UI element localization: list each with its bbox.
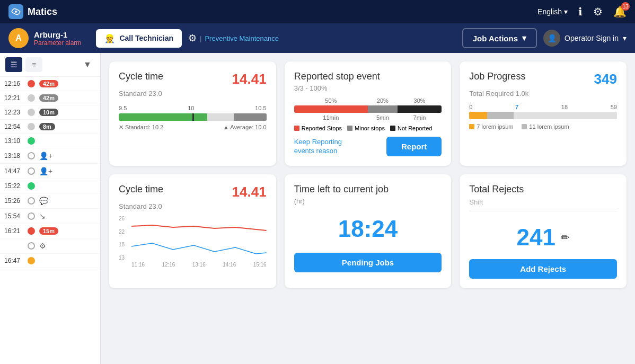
keep-reporting-link[interactable]: Keep Reporting events reason	[294, 138, 358, 156]
sidebar-view-btn-list[interactable]: ≡	[25, 57, 42, 72]
machine-name: Arburg-1	[34, 30, 81, 39]
stop-bar	[294, 105, 442, 113]
card-header: Cycle time 14.41	[119, 71, 267, 87]
sidebar-view-btn-active[interactable]: ☰	[5, 57, 22, 72]
maintenance-button[interactable]: ⚙ | Preventive Maintenance	[188, 32, 279, 44]
duration-badge: 10m	[39, 109, 58, 116]
notifications-icon[interactable]: 🔔 13	[613, 5, 627, 18]
job-progress-subtitle: Total Required 1.0k	[469, 90, 617, 97]
timeline-item[interactable]: 12:16 42m	[0, 77, 100, 91]
cards-row-1: Cycle time 14.41 Standard 23.0 9.5 10 10…	[109, 61, 627, 166]
average-label: ▲ Average: 10.0	[223, 124, 267, 131]
time-left-value: 18:24	[294, 205, 442, 251]
status-dot	[28, 197, 35, 205]
chart-y-labels: 26 22 18 13	[119, 216, 131, 261]
machine-details: Arburg-1 Parameter alarm	[34, 30, 81, 47]
maintenance-divider: |	[200, 34, 201, 42]
app-name: Matics	[28, 6, 57, 17]
pending-jobs-button[interactable]: Pending Jobs	[294, 253, 442, 272]
info-icon[interactable]: ℹ	[578, 5, 583, 18]
operator-label: Operator Sign in	[565, 34, 619, 42]
total-rejects-title: Total Rejects	[469, 184, 524, 195]
standard-label: ✕ Standard: 10.2	[119, 124, 163, 131]
job-progress-card: Job Progress 349 Total Required 1.0k 0 7…	[460, 61, 627, 166]
card-header: Total Rejects	[469, 184, 617, 195]
stop-bar-labels: 50% 20% 30%	[294, 97, 442, 104]
timeline-item[interactable]: 16:21 15m	[0, 224, 100, 238]
operator-avatar: 👤	[543, 30, 560, 47]
card-divider	[469, 211, 617, 211]
job-actions-arrow: ▾	[522, 33, 526, 43]
total-rejects-card: Total Rejects Shift 241 ✏ Add Rejects	[460, 174, 627, 288]
rejects-value-row: 241 ✏	[469, 216, 617, 259]
cycle-time2-value: 14.41	[232, 184, 267, 200]
report-button[interactable]: Report	[386, 137, 442, 156]
progress-container: 0 7 18 59 7 lorem ipsum	[469, 104, 617, 130]
status-dot	[28, 152, 35, 159]
shift-label: Shift	[469, 198, 483, 206]
event-icon: ⚙	[39, 242, 46, 250]
event-icon: 💬	[39, 197, 48, 205]
timeline-item[interactable]: 12:54 8m	[0, 120, 100, 134]
time-left-title: Time left to current job	[294, 184, 389, 195]
timeline-item[interactable]: 15:54 ↘	[0, 209, 100, 224]
person-icon: 👷	[104, 33, 115, 43]
rejects-value: 241	[516, 224, 555, 251]
maintenance-label: Preventive Maintenance	[205, 34, 278, 42]
event-icon: 👤+	[39, 152, 52, 160]
event-icon: ↘	[39, 212, 46, 220]
cycle-time-subtitle: Standard 23.0	[119, 90, 267, 97]
top-nav: Matics English ▾ ℹ ⚙ 🔔 13	[0, 0, 635, 23]
settings-icon[interactable]: ⚙	[593, 5, 603, 18]
call-technician-button[interactable]: 👷 Call Technician	[96, 29, 182, 48]
duration-badge: 42m	[39, 94, 58, 102]
duration-badge: 15m	[39, 227, 58, 235]
status-dot	[28, 109, 35, 116]
timeline-item[interactable]: 16:47	[0, 254, 100, 268]
card-header: Reported stop event	[294, 71, 442, 82]
gauge-container: 9.5 10 10.5 ✕ ✕ Standard: 10.2 ▲ Average…	[119, 105, 267, 131]
time-left-subtitle: (hr)	[294, 197, 442, 205]
filter-button[interactable]: ▼	[80, 57, 95, 72]
operator-signin-button[interactable]: 👤 Operator Sign in ▾	[543, 30, 627, 47]
gauge-scale: 9.5 10 10.5	[119, 105, 267, 111]
chart-wrapper: 26 22 18 13	[119, 216, 267, 261]
notification-badge: 13	[621, 2, 630, 11]
sidebar: ☰ ≡ ▼ 12:16 42m 12:21 42m 12:23 10m 12:5…	[0, 53, 101, 364]
chart-svg-container	[131, 216, 267, 261]
add-rejects-button[interactable]: Add Rejects	[469, 259, 617, 279]
cycle-time-value: 14.41	[232, 71, 267, 87]
timeline-item[interactable]: 13:18 👤+	[0, 148, 100, 164]
chart-x-labels: 11:16 12:16 13:16 14:16 15:16	[131, 262, 267, 268]
job-progress-value: 349	[594, 71, 617, 87]
timeline-item[interactable]: 13:10	[0, 134, 100, 148]
edit-icon[interactable]: ✏	[561, 231, 570, 244]
status-dot	[28, 257, 35, 264]
cycle-time-chart-card: Cycle time 14.41 Standard 23.0 26 22 18 …	[109, 174, 276, 288]
language-selector[interactable]: English ▾	[537, 7, 568, 16]
status-dot	[28, 137, 35, 145]
stop-bar-times: 11min 5min 7min	[294, 114, 442, 121]
timeline-item[interactable]: 15:26 💬	[0, 193, 100, 209]
nav-left: Matics	[8, 4, 57, 19]
stop-legend: Reported Stops Minor stops Not Reported	[294, 125, 442, 131]
timeline-item[interactable]: 12:23 10m	[0, 105, 100, 120]
status-dot	[28, 94, 35, 102]
cycle-time-card: Cycle time 14.41 Standard 23.0 9.5 10 10…	[109, 61, 276, 166]
status-dot	[28, 182, 35, 190]
timeline-item[interactable]: ⚙	[0, 238, 100, 254]
card-header: Time left to current job	[294, 184, 442, 195]
logo-icon	[8, 4, 23, 19]
gauge-labels: ✕ Standard: 10.2 ▲ Average: 10.0	[119, 124, 267, 131]
svg-point-0	[15, 11, 17, 13]
timeline-item[interactable]: 12:21 42m	[0, 91, 100, 105]
reported-stop-card: Reported stop event 3/3 - 100% 50% 20% 3…	[285, 61, 452, 166]
machine-avatar: A	[8, 28, 29, 48]
card-header: Cycle time 14.41	[119, 184, 267, 200]
status-dot	[28, 212, 35, 220]
duration-badge: 42m	[39, 80, 58, 87]
timeline-item[interactable]: 14:47 👤+	[0, 164, 100, 179]
timeline-item[interactable]: 15:22	[0, 179, 100, 193]
card-header: Job Progress 349	[469, 71, 617, 87]
job-actions-button[interactable]: Job Actions ▾	[462, 28, 537, 48]
